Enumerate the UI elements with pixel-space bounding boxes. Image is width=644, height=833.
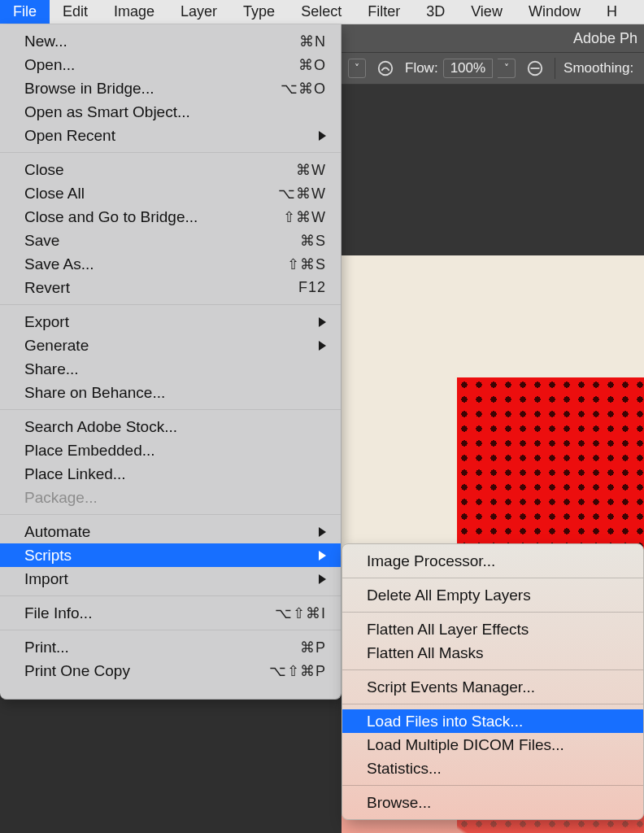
- file-menu-close-and-go-to-bridge[interactable]: Close and Go to Bridge...⇧⌘W: [0, 205, 341, 229]
- file-menu-open-as-smart-object[interactable]: Open as Smart Object...: [0, 100, 341, 124]
- file-menu-open[interactable]: Open...⌘O: [0, 53, 341, 76]
- menu-item-shortcut: ⌥⌘O: [281, 80, 326, 98]
- menu-item-shortcut: ⇧⌘S: [287, 255, 326, 273]
- menu-item-label: Script Events Manager...: [367, 678, 535, 696]
- menu-edit[interactable]: Edit: [50, 0, 101, 24]
- menu-layer[interactable]: Layer: [168, 0, 230, 24]
- file-menu-share[interactable]: Share...: [0, 357, 341, 381]
- menu-item-label: Close and Go to Bridge...: [24, 208, 283, 226]
- menu-separator: [0, 630, 341, 630]
- file-menu-close[interactable]: Close⌘W: [0, 158, 341, 181]
- menu-item-label: Open as Smart Object...: [24, 103, 326, 121]
- scripts-statistics[interactable]: Statistics...: [342, 757, 643, 780]
- file-menu-new[interactable]: New...⌘N: [0, 29, 341, 53]
- menu-item-label: Place Linked...: [24, 465, 326, 483]
- airbrush-icon[interactable]: [374, 57, 397, 80]
- chevron-down-icon: ˅: [504, 63, 509, 74]
- menu-item-label: Print...: [24, 639, 300, 656]
- menu-select[interactable]: Select: [288, 0, 355, 24]
- file-menu-generate[interactable]: Generate: [0, 334, 341, 357]
- scripts-image-processor[interactable]: Image Processor...: [342, 549, 643, 573]
- file-menu-place-linked[interactable]: Place Linked...: [0, 462, 341, 486]
- menu-separator: [342, 612, 643, 613]
- menu-separator: [342, 704, 643, 704]
- submenu-arrow-icon: [319, 131, 326, 141]
- menu-separator: [0, 409, 341, 410]
- brush-preset-dropdown[interactable]: ˅: [348, 59, 366, 78]
- options-divider: [555, 58, 555, 79]
- scripts-browse[interactable]: Browse...: [342, 791, 643, 814]
- menu-item-label: Save As...: [24, 255, 287, 273]
- scripts-script-events-manager[interactable]: Script Events Manager...: [342, 675, 643, 699]
- menu-separator: [0, 514, 341, 515]
- submenu-arrow-icon: [319, 317, 326, 327]
- menu-item-label: Load Multiple DICOM Files...: [367, 736, 564, 754]
- menu-item-label: Image Processor...: [367, 552, 495, 570]
- menu-item-label: Flatten All Masks: [367, 644, 484, 662]
- scripts-load-files-into-stack[interactable]: Load Files into Stack...: [342, 709, 643, 733]
- menu-item-shortcut: ⌥⇧⌘P: [269, 662, 326, 680]
- menu-item-label: Load Files into Stack...: [367, 713, 523, 731]
- menu-item-label: Delete All Empty Layers: [367, 587, 531, 604]
- menu-item-label: Scripts: [24, 547, 326, 565]
- menu-item-shortcut: ⌥⇧⌘I: [275, 604, 326, 622]
- menu-item-label: Search Adobe Stock...: [24, 418, 326, 436]
- menu-item-label: Automate: [24, 523, 326, 541]
- submenu-arrow-icon: [319, 341, 326, 351]
- file-menu-place-embedded[interactable]: Place Embedded...: [0, 438, 341, 462]
- menu-item-label: Generate: [24, 337, 326, 355]
- menu-separator: [342, 578, 643, 578]
- menu-item-shortcut: ⌘W: [296, 161, 326, 179]
- menu-item-label: Browse in Bridge...: [24, 80, 281, 98]
- file-menu-browse-in-bridge[interactable]: Browse in Bridge...⌥⌘O: [0, 76, 341, 100]
- flow-dropdown[interactable]: ˅: [498, 59, 516, 78]
- file-menu: New...⌘NOpen...⌘OBrowse in Bridge...⌥⌘OO…: [0, 24, 342, 700]
- menu-item-shortcut: ⌘P: [300, 639, 326, 656]
- submenu-arrow-icon: [319, 574, 326, 584]
- file-menu-package: Package...: [0, 486, 341, 509]
- file-menu-search-adobe-stock[interactable]: Search Adobe Stock...: [0, 415, 341, 438]
- scripts-load-multiple-dicom-files[interactable]: Load Multiple DICOM Files...: [342, 733, 643, 757]
- workspace-gutter: [342, 85, 644, 133]
- file-menu-share-on-behance[interactable]: Share on Behance...: [0, 381, 341, 404]
- file-menu-revert[interactable]: RevertF12: [0, 276, 341, 299]
- menu-item-label: Close: [24, 161, 296, 179]
- menu-item-label: Revert: [24, 279, 298, 297]
- menu-item-shortcut: ⌘S: [300, 232, 326, 250]
- file-menu-file-info[interactable]: File Info...⌥⇧⌘I: [0, 601, 341, 625]
- scripts-submenu: Image Processor...Delete All Empty Layer…: [342, 543, 644, 820]
- menu-3d[interactable]: 3D: [413, 0, 458, 24]
- menu-h[interactable]: H: [594, 0, 630, 24]
- file-menu-scripts[interactable]: Scripts: [0, 543, 341, 567]
- chevron-down-icon: ˅: [355, 63, 359, 74]
- menu-item-label: File Info...: [24, 604, 275, 622]
- file-menu-save-as[interactable]: Save As...⇧⌘S: [0, 252, 341, 276]
- menu-image[interactable]: Image: [101, 0, 168, 24]
- menu-item-label: Export: [24, 313, 326, 331]
- scripts-delete-all-empty-layers[interactable]: Delete All Empty Layers: [342, 583, 643, 607]
- menu-filter[interactable]: Filter: [355, 0, 413, 24]
- file-menu-export[interactable]: Export: [0, 310, 341, 334]
- airbrush-buildup-icon[interactable]: [524, 57, 546, 80]
- menubar: FileEditImageLayerTypeSelectFilter3DView…: [0, 0, 644, 24]
- flow-value-field[interactable]: 100%: [443, 59, 493, 78]
- menu-file[interactable]: File: [0, 0, 50, 24]
- flow-control: Flow: 100% ˅: [405, 59, 516, 78]
- menu-separator: [0, 152, 341, 153]
- menu-item-label: Package...: [24, 489, 326, 507]
- menu-type[interactable]: Type: [230, 0, 288, 24]
- file-menu-print-one-copy[interactable]: Print One Copy⌥⇧⌘P: [0, 659, 341, 683]
- file-menu-automate[interactable]: Automate: [0, 520, 341, 543]
- file-menu-print[interactable]: Print...⌘P: [0, 635, 341, 659]
- scripts-flatten-all-masks[interactable]: Flatten All Masks: [342, 641, 643, 665]
- options-bar: ˅ Flow: 100% ˅ Smoothing:: [342, 52, 644, 85]
- file-menu-import[interactable]: Import: [0, 567, 341, 591]
- file-menu-close-all[interactable]: Close All⌥⌘W: [0, 181, 341, 205]
- file-menu-open-recent[interactable]: Open Recent: [0, 124, 341, 147]
- menu-view[interactable]: View: [458, 0, 516, 24]
- menu-separator: [0, 304, 341, 305]
- menu-item-label: Share on Behance...: [24, 384, 326, 402]
- file-menu-save[interactable]: Save⌘S: [0, 229, 341, 252]
- menu-window[interactable]: Window: [516, 0, 594, 24]
- scripts-flatten-all-layer-effects[interactable]: Flatten All Layer Effects: [342, 617, 643, 641]
